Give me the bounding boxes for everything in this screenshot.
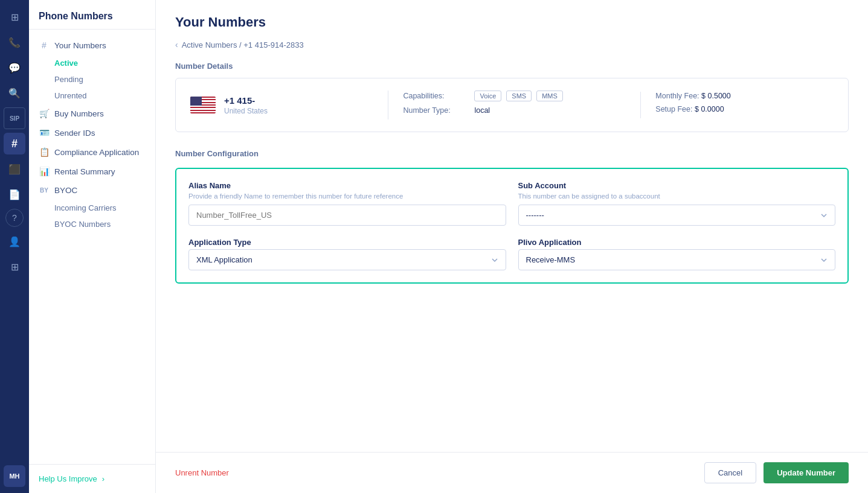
breadcrumb[interactable]: ‹ Active Numbers / +1 415-914-2833: [175, 40, 849, 49]
cancel-button[interactable]: Cancel: [704, 462, 756, 483]
search-icon[interactable]: 🔍: [4, 82, 25, 104]
your-numbers-label: Your Numbers: [54, 41, 106, 50]
sidebar-sub-incoming-carriers[interactable]: Incoming Carriers: [29, 200, 155, 216]
icon-bar: ⊞ 📞 💬 🔍 SIP # ⬛ 📄 ? 👤 ⊞ MH: [0, 0, 29, 493]
sidebar-sub-pending[interactable]: Pending: [29, 71, 155, 87]
breadcrumb-back-arrow: ‹: [175, 40, 178, 49]
sidebar-item-compliance[interactable]: 📋 Compliance Application: [29, 142, 155, 162]
voice-badge: Voice: [474, 91, 501, 101]
sidebar-item-buy-numbers[interactable]: 🛒 Buy Numbers: [29, 104, 155, 123]
plivo-application-label: Plivo Application: [518, 238, 836, 247]
alias-name-input[interactable]: [188, 205, 506, 226]
hash-icon[interactable]: #: [4, 133, 25, 154]
flow-icon[interactable]: ⬛: [4, 158, 25, 180]
contact-icon[interactable]: 👤: [4, 231, 25, 252]
help-improve-label: Help Us Improve: [39, 474, 97, 483]
application-type-label: Application Type: [188, 238, 506, 247]
number-info: +1 415- United States: [224, 95, 268, 115]
compliance-label: Compliance Application: [54, 148, 139, 157]
sidebar-sub-byoc-numbers[interactable]: BYOC Numbers: [29, 216, 155, 232]
sidebar-item-rental-summary[interactable]: 📊 Rental Summary: [29, 162, 155, 181]
help-icon[interactable]: ?: [5, 209, 24, 227]
sidebar-item-byoc[interactable]: BY BYOC: [29, 181, 155, 200]
capabilities-section: Capabilities: Voice SMS MMS Number Type:…: [388, 91, 640, 119]
footer-actions: Unrent Number Cancel Update Number: [156, 452, 868, 493]
number-type-value: local: [474, 106, 490, 115]
home-icon[interactable]: ⊞: [4, 6, 25, 28]
number-configuration-panel: Alias Name Provide a friendly Name to re…: [175, 168, 849, 284]
application-type-group: Application Type XML Application PHLO Ap…: [188, 238, 506, 270]
number-details-label: Number Details: [175, 62, 849, 71]
sidebar-header: Phone Numbers: [29, 0, 155, 30]
plivo-application-group: Plivo Application Receive-MMS None: [518, 238, 836, 270]
main-content-area: Your Numbers ‹ Active Numbers / +1 415-9…: [156, 0, 868, 493]
phone-icon[interactable]: 📞: [4, 31, 25, 53]
capabilities-label: Capabilities:: [403, 92, 469, 100]
byoc-label: BYOC: [54, 186, 77, 195]
sidebar-sub-unrented[interactable]: Unrented: [29, 87, 155, 104]
config-row-2: Application Type XML Application PHLO Ap…: [188, 238, 835, 270]
sidebar-item-your-numbers[interactable]: # Your Numbers: [29, 36, 155, 55]
sidebar: Phone Numbers # Your Numbers Active Pend…: [29, 0, 156, 493]
monthly-fee-label: Monthly Fee:: [655, 92, 699, 100]
alias-name-label: Alias Name: [188, 181, 506, 190]
config-row-1: Alias Name Provide a friendly Name to re…: [188, 181, 835, 226]
flag-icon: [190, 97, 216, 113]
sidebar-sub-active[interactable]: Active: [29, 55, 155, 71]
sub-account-hint: This number can be assigned to a subacco…: [518, 192, 836, 200]
number-details-card: +1 415- United States Capabilities: Voic…: [175, 78, 849, 132]
fees-section: Monthly Fee: $ 0.5000 Setup Fee: $ 0.000…: [640, 92, 834, 118]
rental-summary-icon: 📊: [39, 167, 50, 176]
setup-fee-label: Setup Fee:: [655, 105, 692, 113]
number-type-row: Number Type: local: [403, 106, 640, 115]
buy-numbers-label: Buy Numbers: [54, 109, 104, 118]
alias-name-group: Alias Name Provide a friendly Name to re…: [188, 181, 506, 226]
grid-icon[interactable]: ⊞: [4, 256, 25, 278]
help-improve-footer[interactable]: Help Us Improve ›: [29, 464, 155, 493]
sip-icon[interactable]: SIP: [4, 107, 25, 129]
sms-badge: SMS: [506, 91, 532, 101]
actions-right: Cancel Update Number: [704, 462, 849, 483]
breadcrumb-text: Active Numbers / +1 415-914-2833: [182, 40, 304, 49]
monthly-fee-value: $ 0.5000: [701, 92, 731, 100]
phone-country: United States: [224, 107, 268, 115]
number-type-label: Number Type:: [403, 106, 469, 115]
sub-account-select[interactable]: -------: [518, 205, 836, 226]
monthly-fee-row: Monthly Fee: $ 0.5000: [655, 92, 834, 100]
user-avatar[interactable]: MH: [4, 465, 25, 487]
phone-number: +1 415-: [224, 95, 268, 106]
byoc-icon: BY: [39, 187, 50, 194]
mms-badge: MMS: [536, 91, 563, 101]
sender-ids-icon: 🪪: [39, 128, 50, 138]
number-flag-section: +1 415- United States: [190, 95, 388, 115]
update-number-button[interactable]: Update Number: [764, 462, 849, 483]
doc-icon[interactable]: 📄: [4, 183, 25, 205]
main-content: Your Numbers ‹ Active Numbers / +1 415-9…: [156, 0, 868, 493]
sms-icon[interactable]: 💬: [4, 57, 25, 78]
capabilities-row: Capabilities: Voice SMS MMS: [403, 91, 640, 101]
chevron-right-icon: ›: [102, 474, 104, 483]
alias-name-hint: Provide a friendly Name to remember this…: [188, 192, 506, 200]
unrent-number-link[interactable]: Unrent Number: [175, 468, 229, 477]
sub-account-group: Sub Account This number can be assigned …: [518, 181, 836, 226]
sidebar-nav: # Your Numbers Active Pending Unrented 🛒…: [29, 30, 155, 238]
setup-fee-row: Setup Fee: $ 0.0000: [655, 105, 834, 113]
application-type-select[interactable]: XML Application PHLO Application No Appl…: [188, 249, 506, 270]
rental-summary-label: Rental Summary: [54, 167, 115, 176]
number-configuration-wrapper: Number Configuration Alias Name Provide …: [175, 149, 849, 284]
number-configuration-label: Number Configuration: [175, 149, 849, 158]
page-title: Your Numbers: [175, 14, 849, 30]
sub-account-label: Sub Account: [518, 181, 836, 190]
sidebar-item-sender-ids[interactable]: 🪪 Sender IDs: [29, 123, 155, 142]
compliance-icon: 📋: [39, 147, 50, 157]
buy-numbers-icon: 🛒: [39, 109, 50, 118]
sender-ids-label: Sender IDs: [54, 129, 95, 138]
plivo-application-select[interactable]: Receive-MMS None: [518, 249, 836, 270]
setup-fee-value: $ 0.0000: [695, 105, 724, 113]
your-numbers-icon: #: [39, 40, 50, 50]
